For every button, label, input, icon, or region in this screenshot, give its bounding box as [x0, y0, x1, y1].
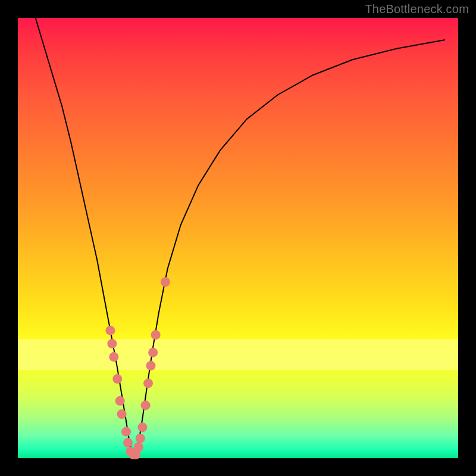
- highlight-dot: [105, 325, 115, 335]
- highlight-dot: [143, 378, 153, 388]
- chart-svg: [18, 18, 458, 458]
- highlight-dot: [137, 422, 147, 432]
- bottleneck-curve: [36, 18, 445, 454]
- highlight-dot: [121, 427, 131, 437]
- highlight-dot: [123, 438, 133, 447]
- highlight-dot: [136, 434, 145, 443]
- highlight-dot: [146, 361, 155, 371]
- highlight-dot: [148, 347, 158, 357]
- watermark-text: TheBottleneck.com: [365, 2, 469, 16]
- highlight-dot: [107, 339, 117, 349]
- highlight-dot: [151, 330, 161, 340]
- highlight-dot: [112, 374, 122, 384]
- highlight-dot: [115, 396, 125, 406]
- plot-area: [18, 18, 458, 458]
- highlight-dot: [117, 409, 127, 419]
- highlight-dot: [109, 352, 118, 362]
- highlight-dot: [141, 400, 151, 410]
- highlight-dot: [161, 277, 170, 287]
- highlight-dot: [134, 443, 143, 452]
- chart-frame: TheBottleneck.com: [0, 0, 476, 476]
